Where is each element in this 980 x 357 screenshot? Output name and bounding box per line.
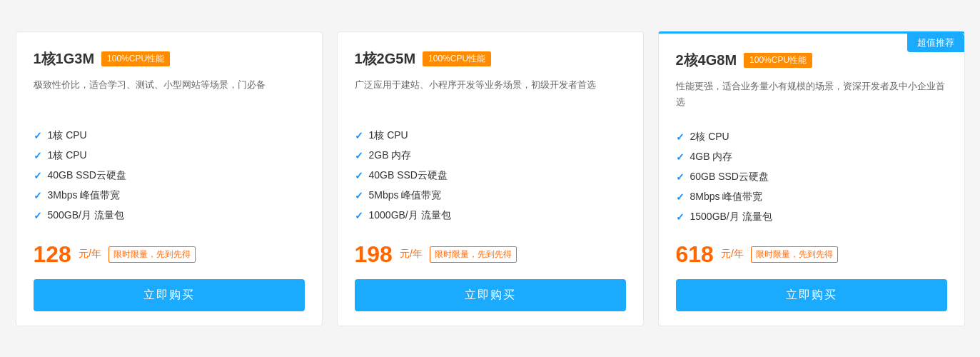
spec-text: 1核 CPU <box>48 129 87 142</box>
price-amount: 128 <box>34 241 71 268</box>
card-title-row: 1核2G5M 100%CPU性能 <box>355 49 626 69</box>
spec-text: 4GB 内存 <box>690 151 733 164</box>
buy-button[interactable]: 立即购买 <box>676 279 947 311</box>
spec-item: ✓ 8Mbps 峰值带宽 <box>676 187 947 207</box>
spec-text: 1核 CPU <box>48 149 87 162</box>
spec-item: ✓ 40GB SSD云硬盘 <box>355 166 626 186</box>
cpu-badge: 100%CPU性能 <box>101 51 170 66</box>
spec-text: 500GB/月 流量包 <box>48 209 124 222</box>
check-icon: ✓ <box>355 130 363 141</box>
check-icon: ✓ <box>676 211 685 223</box>
price-unit: 元/年 <box>400 248 423 261</box>
limit-badge: 限时限量，先到先得 <box>430 246 517 263</box>
check-icon: ✓ <box>676 171 685 183</box>
check-icon: ✓ <box>355 190 363 201</box>
price-unit: 元/年 <box>721 248 744 261</box>
check-icon: ✓ <box>676 151 685 163</box>
spec-item: ✓ 40GB SSD云硬盘 <box>34 166 305 186</box>
card-title-row: 1核1G3M 100%CPU性能 <box>34 49 305 69</box>
price-unit: 元/年 <box>79 248 101 261</box>
check-icon: ✓ <box>676 131 685 143</box>
spec-text: 8Mbps 峰值带宽 <box>690 191 763 203</box>
cpu-badge: 100%CPU性能 <box>423 51 491 66</box>
spec-text: 2GB 内存 <box>369 149 412 162</box>
spec-item: ✓ 1核 CPU <box>355 126 626 146</box>
spec-list: ✓ 2核 CPU ✓ 4GB 内存 ✓ 60GB SSD云硬盘 ✓ 8Mbps … <box>676 127 947 227</box>
spec-item: ✓ 2核 CPU <box>676 127 947 147</box>
price-row: 128 元/年 限时限量，先到先得 <box>34 241 305 268</box>
spec-text: 3Mbps 峰值带宽 <box>48 189 121 202</box>
spec-text: 40GB SSD云硬盘 <box>369 169 448 182</box>
product-card-2: 1核2G5M 100%CPU性能 广泛应用于建站、小程序开发等业务场景，初级开发… <box>337 31 644 326</box>
buy-button[interactable]: 立即购买 <box>355 279 626 311</box>
check-icon: ✓ <box>355 210 363 221</box>
price-row: 618 元/年 限时限量，先到先得 <box>676 241 947 268</box>
check-icon: ✓ <box>34 190 42 201</box>
spec-item: ✓ 1核 CPU <box>34 146 305 166</box>
card-title: 1核1G3M <box>34 49 95 69</box>
spec-item: ✓ 1核 CPU <box>34 126 305 146</box>
spec-item: ✓ 60GB SSD云硬盘 <box>676 167 947 187</box>
check-icon: ✓ <box>34 170 42 181</box>
card-description: 极致性价比，适合学习、测试、小型网站等场景，门必备 <box>34 77 305 113</box>
limit-badge: 限时限量，先到先得 <box>108 246 196 263</box>
card-title: 2核4G8M <box>676 51 737 70</box>
check-icon: ✓ <box>355 150 363 161</box>
product-card-3: 超值推荐 2核4G8M 100%CPU性能 性能更强，适合业务量小有规模的场景，… <box>658 31 965 326</box>
price-row: 198 元/年 限时限量，先到先得 <box>355 241 626 268</box>
card-title: 1核2G5M <box>355 49 416 69</box>
check-icon: ✓ <box>34 130 42 141</box>
spec-text: 5Mbps 峰值带宽 <box>369 189 442 202</box>
spec-text: 1核 CPU <box>369 129 408 142</box>
spec-list: ✓ 1核 CPU ✓ 2GB 内存 ✓ 40GB SSD云硬盘 ✓ 5Mbps … <box>355 126 626 227</box>
spec-item: ✓ 500GB/月 流量包 <box>34 206 305 226</box>
spec-text: 60GB SSD云硬盘 <box>690 171 769 183</box>
limit-badge: 限时限量，先到先得 <box>751 246 838 263</box>
product-card-1: 1核1G3M 100%CPU性能 极致性价比，适合学习、测试、小型网站等场景，门… <box>16 31 323 326</box>
check-icon: ✓ <box>676 191 685 203</box>
card-description: 性能更强，适合业务量小有规模的场景，资深开发者及中小企业首选 <box>676 79 947 114</box>
spec-list: ✓ 1核 CPU ✓ 1核 CPU ✓ 40GB SSD云硬盘 ✓ 3Mbps … <box>34 126 305 227</box>
spec-text: 40GB SSD云硬盘 <box>48 169 126 182</box>
recommend-badge: 超值推荐 <box>907 34 964 52</box>
spec-item: ✓ 3Mbps 峰值带宽 <box>34 186 305 206</box>
spec-item: ✓ 5Mbps 峰值带宽 <box>355 186 626 206</box>
check-icon: ✓ <box>355 170 363 181</box>
cpu-badge: 100%CPU性能 <box>744 53 812 68</box>
spec-text: 1000GB/月 流量包 <box>369 209 451 222</box>
cards-container: 1核1G3M 100%CPU性能 极致性价比，适合学习、测试、小型网站等场景，门… <box>16 31 965 326</box>
price-amount: 618 <box>676 241 714 268</box>
card-title-row: 2核4G8M 100%CPU性能 <box>676 51 947 70</box>
check-icon: ✓ <box>34 150 42 161</box>
buy-button[interactable]: 立即购买 <box>34 279 305 311</box>
spec-item: ✓ 1500GB/月 流量包 <box>676 207 947 227</box>
spec-item: ✓ 2GB 内存 <box>355 146 626 166</box>
spec-text: 2核 CPU <box>690 131 729 144</box>
price-amount: 198 <box>355 241 393 268</box>
check-icon: ✓ <box>34 210 42 221</box>
card-description: 广泛应用于建站、小程序开发等业务场景，初级开发者首选 <box>355 77 626 113</box>
spec-item: ✓ 4GB 内存 <box>676 147 947 167</box>
spec-item: ✓ 1000GB/月 流量包 <box>355 206 626 226</box>
spec-text: 1500GB/月 流量包 <box>690 211 772 223</box>
